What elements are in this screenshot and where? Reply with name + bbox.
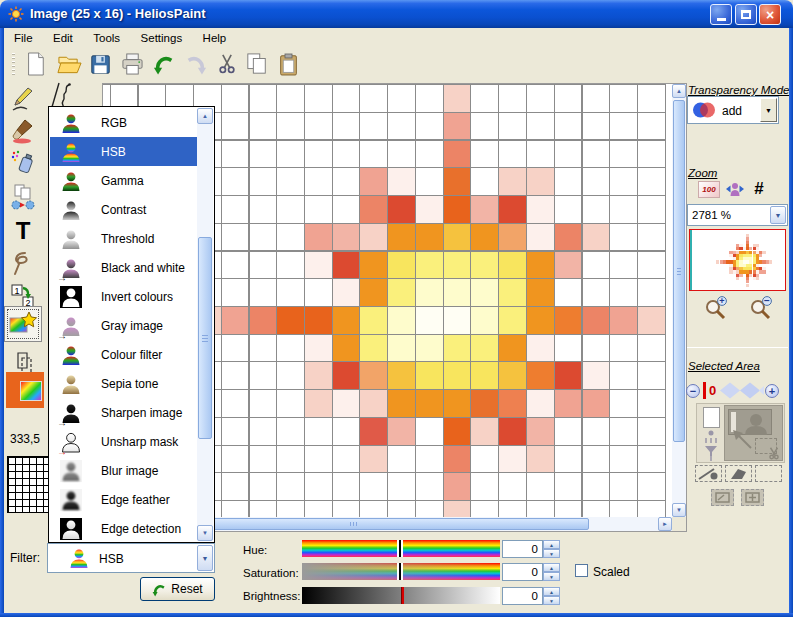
text-tool-button[interactable]: T [8,216,38,246]
brightness-slider[interactable] [302,587,500,604]
filter-option-black-and-white[interactable]: →Black and white [50,253,199,282]
filter-option-label: Gamma [101,174,144,188]
window-border-left [0,28,4,617]
transparency-mode-combo[interactable]: add ▼ [687,96,779,124]
combo-dropdown-button[interactable]: ▼ [770,206,786,224]
minimize-button[interactable] [710,4,732,25]
zoom-fit-button[interactable] [725,179,745,199]
undo-button[interactable] [151,51,177,77]
filter-option-edge-detection[interactable]: Edge detection [50,514,199,543]
pencil-tool-button[interactable] [8,84,38,114]
filter-combo[interactable]: HSB ▼ [47,543,215,573]
spinner-down-button[interactable]: ▼ [543,549,560,558]
saturation-slider-marker[interactable] [399,563,401,580]
canvas-vscrollbar[interactable]: ▲ ▼ [672,84,686,517]
titlebar[interactable]: Image (25 x 16) - HeliosPaint × [0,0,793,28]
toolbar-grip[interactable] [12,53,15,75]
filter-option-sepia-tone[interactable]: Sepia tone [50,369,199,398]
scroll-down-button[interactable]: ▼ [197,525,213,541]
spinner-down-button[interactable]: ▼ [543,572,560,581]
transparency-mode-heading: Transparency Mode [688,84,789,96]
zoom-100-icon: 100 [702,185,715,194]
spinner-up-button[interactable]: ▲ [543,540,560,549]
spinner-up-button[interactable]: ▲ [543,587,560,596]
minus-icon: − [690,386,696,397]
menu-item-file[interactable]: File [12,29,35,47]
zoom-in-icon: + [703,295,729,321]
scaled-checkbox[interactable] [575,564,588,577]
list-scroll-thumb[interactable] [198,237,212,439]
copy-button[interactable] [244,51,270,77]
chevron-down-icon: ▼ [202,555,209,562]
filter-option-gray-image[interactable]: →Gray image [50,311,199,340]
menubar: File Edit Tools Settings Help [4,28,789,48]
color-swatch[interactable] [6,372,44,408]
filter-option-hsb[interactable]: HSB [50,137,199,166]
saturation-value-input[interactable]: 0 [502,563,543,581]
brightness-slider-marker[interactable] [401,587,404,604]
close-button[interactable]: × [759,4,781,25]
zoom-in-button[interactable]: + [703,295,729,321]
spinner-down-button[interactable]: ▼ [543,596,560,605]
filter-option-blur-image[interactable]: Blur image [50,456,199,485]
clone-icon [10,184,36,210]
cut-button[interactable] [214,51,240,77]
zoom-grid-button[interactable]: # [749,179,769,199]
transparency-dropdown-button[interactable]: ▼ [760,98,777,122]
filter-option-contrast[interactable]: Contrast [50,195,199,224]
redo-button[interactable] [183,51,209,77]
hue-value-input[interactable]: 0 [502,540,543,558]
spray-tool-button[interactable] [8,148,38,178]
filter-option-threshold[interactable]: Threshold [50,224,199,253]
spinner-up-button[interactable]: ▲ [543,563,560,572]
filter-black-and-white-icon: → [60,257,82,279]
zoom-100-button[interactable]: 100 [698,181,720,198]
scroll-right-button[interactable]: ► [658,517,672,531]
menu-item-help[interactable]: Help [201,29,229,47]
print-button[interactable] [119,51,145,77]
filter-list-scrollbar[interactable]: ▲ ▼ [197,108,213,541]
brightness-value-input[interactable]: 0 [502,587,543,605]
maximize-button[interactable] [735,4,757,25]
selection-shape-box[interactable] [703,407,720,428]
hue-slider-marker[interactable] [399,540,401,557]
filter-option-rgb[interactable]: RGB [50,108,199,137]
lasso-tool-button[interactable] [8,248,38,278]
new-file-button[interactable] [22,51,48,77]
menu-item-edit[interactable]: Edit [51,29,75,47]
freehand-select-button[interactable] [695,465,722,482]
brush-tool-button[interactable] [8,116,38,146]
reset-button[interactable]: Reset [140,577,215,601]
filter-option-edge-feather[interactable]: Edge feather [50,485,199,514]
zoom-out-button[interactable]: − [748,295,774,321]
menu-item-tools[interactable]: Tools [91,29,122,47]
filter-option-sharpen-image[interactable]: →Sharpen image [50,398,199,427]
save-button[interactable] [87,51,113,77]
saturation-slider[interactable] [302,563,500,580]
shrink-selection-button[interactable]: − [686,384,700,398]
redo-icon [185,53,207,75]
filter-option-gamma[interactable]: Gamma [50,166,199,195]
filter-option-unsharp-mask[interactable]: →Unsharp mask [50,427,199,456]
menu-item-settings[interactable]: Settings [139,29,185,47]
grow-selection-button[interactable]: + [765,384,779,398]
expand-selection-button[interactable] [741,489,764,506]
combo-dropdown-button[interactable]: ▼ [197,545,213,571]
magic-wand-tool-button[interactable] [4,306,42,342]
open-button[interactable] [56,51,82,77]
scroll-up-button[interactable]: ▲ [672,84,686,98]
move-arrow-icon [731,428,755,452]
scroll-down-button[interactable]: ▼ [672,503,686,517]
filter-option-colour-filter[interactable]: Colour filter [50,340,199,369]
filter-option-invert-colours[interactable]: Invert colours [50,282,199,311]
clone-tool-button[interactable] [8,182,38,212]
zoom-level-combo[interactable]: 2781 % ▼ [687,204,788,226]
rectangle-select-button[interactable] [755,465,782,482]
scroll-up-button[interactable]: ▲ [197,108,213,124]
vscroll-thumb[interactable] [673,100,685,442]
polygon-select-button[interactable] [725,465,752,482]
crop-selection-button[interactable] [711,489,734,506]
hue-label: Hue: [243,544,267,556]
paste-button[interactable] [275,51,301,77]
hue-slider[interactable] [302,540,500,557]
